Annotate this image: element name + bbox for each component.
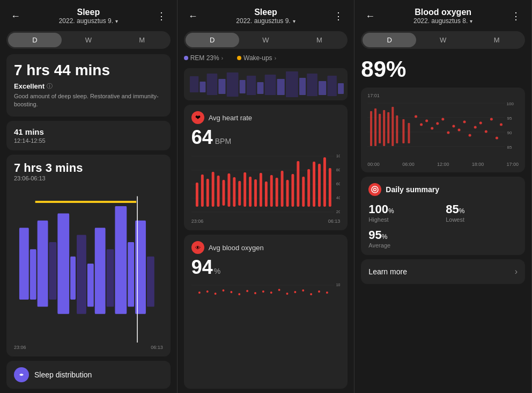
svg-rect-101 bbox=[383, 110, 386, 146]
svg-rect-25 bbox=[257, 82, 263, 94]
ds-highest-label: Highest bbox=[368, 216, 440, 223]
svg-rect-65 bbox=[302, 177, 305, 207]
svg-rect-98 bbox=[370, 111, 372, 146]
svg-point-85 bbox=[294, 291, 296, 293]
nap-duration: 41 mins bbox=[14, 127, 163, 136]
svg-point-74 bbox=[206, 290, 208, 293]
svg-rect-69 bbox=[323, 157, 326, 207]
sleep-stages-chart bbox=[14, 185, 163, 343]
night-time: 23:06-06:13 bbox=[14, 175, 163, 181]
svg-point-89 bbox=[326, 292, 328, 294]
svg-rect-33 bbox=[338, 83, 344, 94]
panel2-back-button[interactable]: ← bbox=[186, 9, 200, 24]
panel3-back-button[interactable]: ← bbox=[363, 9, 377, 24]
svg-point-113 bbox=[447, 132, 450, 134]
learn-more-arrow-icon: › bbox=[515, 267, 518, 276]
panel1-tab-w[interactable]: W bbox=[62, 33, 115, 47]
panel1-tab-m[interactable]: M bbox=[115, 33, 169, 47]
panel1-date[interactable]: 2022. augusztus 9. ▾ bbox=[23, 17, 154, 25]
svg-point-88 bbox=[318, 290, 320, 293]
panel2-date[interactable]: 2022. augusztus 9. ▾ bbox=[200, 17, 332, 25]
svg-text:60: 60 bbox=[336, 181, 340, 186]
svg-rect-12 bbox=[128, 242, 134, 307]
wakeups-badge[interactable]: Wake-ups › bbox=[237, 54, 276, 62]
ds-avg-value: 95% bbox=[368, 228, 440, 242]
svg-rect-48 bbox=[211, 172, 214, 207]
panel3-more-button[interactable]: ⋮ bbox=[509, 8, 523, 24]
panel-sleep-overview: ← Sleep 2022. augusztus 9. ▾ ⋮ D W M 7 h… bbox=[0, 0, 178, 393]
svg-point-120 bbox=[485, 130, 487, 133]
svg-rect-54 bbox=[243, 172, 246, 207]
ds-icon bbox=[368, 183, 381, 196]
svg-point-77 bbox=[230, 291, 232, 293]
svg-rect-67 bbox=[313, 162, 315, 207]
svg-rect-70 bbox=[329, 168, 331, 207]
ds-title: Daily summary bbox=[386, 185, 439, 194]
svg-rect-2 bbox=[30, 249, 36, 300]
svg-point-111 bbox=[437, 122, 439, 125]
panel2-tab-m[interactable]: M bbox=[292, 33, 346, 47]
sleep-dist-card[interactable]: Sleep distribution bbox=[6, 361, 171, 389]
hr-label: Avg heart rate bbox=[209, 114, 252, 122]
svg-rect-11 bbox=[115, 206, 127, 314]
ds-stat-lowest: 85% Lowest bbox=[446, 202, 518, 223]
night-chart-labels: 23:06 06:13 bbox=[14, 345, 163, 350]
bo-header: 👁 Avg blood oxygen bbox=[191, 241, 341, 254]
svg-rect-102 bbox=[388, 112, 390, 143]
svg-rect-47 bbox=[206, 179, 209, 207]
panel2-more-button[interactable]: ⋮ bbox=[331, 8, 345, 24]
panel3-tab-bar: D W M bbox=[361, 31, 525, 49]
svg-rect-57 bbox=[260, 173, 262, 207]
panel-sleep-hr: ← Sleep 2022. augusztus 9. ▾ ⋮ D W M REM… bbox=[178, 0, 355, 393]
ds-avg-label: Average bbox=[368, 242, 440, 249]
bo-mini-chart: 100 bbox=[191, 282, 341, 298]
svg-rect-32 bbox=[327, 76, 336, 96]
svg-point-84 bbox=[286, 293, 288, 295]
svg-rect-20 bbox=[206, 74, 217, 95]
svg-rect-60 bbox=[275, 178, 278, 207]
panel1-back-button[interactable]: ← bbox=[9, 9, 23, 24]
spo2-time-label: 17:01 bbox=[367, 93, 519, 98]
bo-value: 94 bbox=[191, 256, 213, 279]
spo2-chart-area: 100 95 90 85 bbox=[367, 100, 519, 159]
panel2-header-center: Sleep 2022. augusztus 9. ▾ bbox=[200, 8, 332, 25]
svg-point-118 bbox=[474, 126, 477, 129]
panel2-tab-w[interactable]: W bbox=[239, 33, 293, 47]
sleep-dist-icon bbox=[14, 367, 29, 382]
svg-text:40: 40 bbox=[336, 195, 340, 200]
heart-rate-card: ❤ Avg heart rate 64 BPM 100 80 60 40 20 bbox=[184, 105, 348, 230]
rem-badge[interactable]: REM 23% › bbox=[184, 54, 223, 62]
bo-value-row: 94 % bbox=[191, 256, 341, 279]
panel2-header: ← Sleep 2022. augusztus 9. ▾ ⋮ bbox=[178, 0, 354, 29]
panel1-date-chevron: ▾ bbox=[115, 18, 118, 24]
panel3-tab-m[interactable]: M bbox=[470, 33, 523, 47]
svg-text:95: 95 bbox=[507, 116, 512, 121]
ds-highest-value: 100% bbox=[368, 202, 440, 216]
svg-point-83 bbox=[278, 289, 280, 291]
svg-rect-13 bbox=[135, 221, 146, 314]
bo-icon: 👁 bbox=[191, 241, 204, 254]
ds-stat-highest: 100% Highest bbox=[368, 202, 440, 223]
svg-rect-18 bbox=[190, 76, 198, 92]
panel2-content: REM 23% › Wake-ups › bbox=[178, 54, 354, 393]
svg-rect-63 bbox=[291, 174, 294, 207]
ds-lowest-value: 85% bbox=[446, 202, 518, 216]
svg-rect-49 bbox=[217, 176, 219, 207]
svg-rect-6 bbox=[70, 257, 76, 300]
learn-more-card[interactable]: Learn more › bbox=[361, 259, 525, 284]
svg-rect-62 bbox=[286, 180, 289, 207]
svg-point-75 bbox=[214, 293, 216, 295]
svg-rect-103 bbox=[392, 107, 394, 146]
panel1-more-button[interactable]: ⋮ bbox=[154, 8, 168, 24]
svg-point-107 bbox=[415, 115, 417, 118]
svg-rect-59 bbox=[270, 175, 272, 207]
panel3-tab-d[interactable]: D bbox=[363, 33, 416, 47]
panel1-tab-d[interactable]: D bbox=[8, 33, 62, 47]
svg-rect-26 bbox=[264, 75, 276, 95]
panel3-date[interactable]: 2022. augusztus 8. ▾ bbox=[377, 17, 509, 25]
svg-point-78 bbox=[238, 293, 240, 295]
panel3-tab-w[interactable]: W bbox=[416, 33, 470, 47]
sleep-night-card: 7 hrs 3 mins 23:06-06:13 bbox=[6, 155, 171, 356]
panel2-tab-d[interactable]: D bbox=[186, 33, 239, 47]
svg-rect-14 bbox=[147, 257, 154, 307]
